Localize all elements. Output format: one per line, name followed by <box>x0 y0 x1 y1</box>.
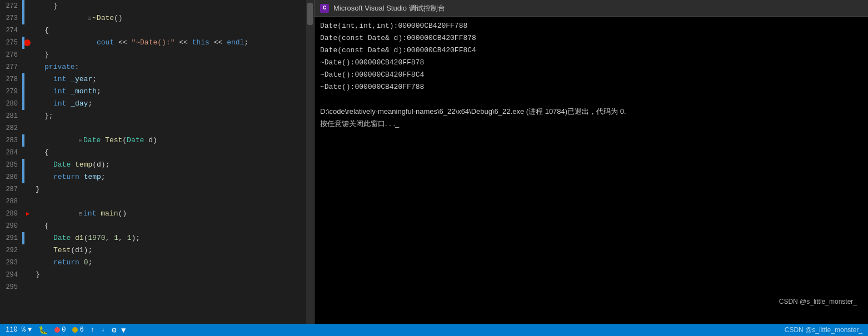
up-arrow-icon: ↑ <box>91 326 94 334</box>
table-row: 278 int _year; <box>0 73 314 86</box>
table-row: 290 { <box>0 220 314 232</box>
status-bar: 110 % ▼ 🐛 0 6 ↑ ↓ ⚙ ▼ CSDN @s_little_mon… <box>0 324 868 336</box>
list-item: ~Date():000000CB420FF878 <box>320 57 862 69</box>
console-titlebar: C Microsoft Visual Studio 调试控制台 <box>315 0 868 17</box>
build-button[interactable]: ⚙ ▼ <box>112 325 126 335</box>
table-row: 292 Test(d1); <box>0 244 314 257</box>
warning-icon <box>72 327 78 333</box>
table-row: 289 ▶ ⊟int main() <box>0 208 314 220</box>
table-row: 273 ⊟~Date() <box>0 12 314 24</box>
collapse-icon[interactable]: ⊟ <box>79 138 82 144</box>
console-app-icon: C <box>320 4 329 13</box>
error-count: 0 <box>62 326 66 334</box>
code-lines: 272 } 273 ⊟~Date() 274 { 275 <box>0 0 314 293</box>
navigate-up[interactable]: ↑ <box>91 326 94 334</box>
list-item: Date(const Date& d):000000CB420FF8C4 <box>320 44 862 57</box>
table-row: 284 { <box>0 147 314 159</box>
scrollbar-thumb[interactable] <box>307 3 313 25</box>
console-output: Date(int,int,int):000000CB420FF788 Date(… <box>315 17 868 324</box>
warning-count: 6 <box>79 326 83 334</box>
table-row: 275 cout << "~Date():" << this << endl; <box>0 37 314 49</box>
vertical-scrollbar[interactable] <box>306 0 314 324</box>
table-row: 280 int _day; <box>0 98 314 110</box>
zoom-value: 110 % <box>6 326 26 334</box>
list-item: Date(const Date& d):000000CB420FF878 <box>320 32 862 44</box>
list-item: ~Date():000000CB420FF8C4 <box>320 69 862 81</box>
navigate-down[interactable]: ↓ <box>101 326 105 334</box>
list-item: 按任意键关闭此窗口. . ._ <box>320 118 862 130</box>
table-row: 295 <box>0 281 314 293</box>
breakpoint-marker[interactable] <box>24 39 31 46</box>
status-bar-right: CSDN @s_little_monster_ <box>785 326 862 334</box>
table-row: 293 return 0; <box>0 257 314 269</box>
table-row: 281 }; <box>0 110 314 122</box>
csdn-watermark: CSDN @s_little_monster_ <box>779 295 857 308</box>
list-item <box>320 93 862 106</box>
console-panel: C Microsoft Visual Studio 调试控制台 Date(int… <box>314 0 868 324</box>
table-row: 277 private: <box>0 61 314 73</box>
debug-icon[interactable]: 🐛 <box>38 325 48 335</box>
error-indicator[interactable]: 0 <box>54 326 66 334</box>
table-row: 287 } <box>0 183 314 195</box>
list-item: D:\code\relatively-meaningful-names\6_22… <box>320 106 862 118</box>
table-row: 276 } <box>0 49 314 61</box>
list-item: ~Date():000000CB420FF788 <box>320 81 862 93</box>
table-row: 283 ⊟Date Test(Date d) <box>0 134 314 147</box>
down-arrow-icon: ↓ <box>101 326 105 334</box>
console-title: Microsoft Visual Studio 调试控制台 <box>333 2 445 14</box>
table-row: 294 } <box>0 269 314 281</box>
main-area: 272 } 273 ⊟~Date() 274 { 275 <box>0 0 868 324</box>
execution-arrow: ▶ <box>26 208 30 220</box>
zoom-dropdown-icon[interactable]: ▼ <box>28 326 32 334</box>
warning-indicator[interactable]: 6 <box>72 326 83 334</box>
table-row: 279 int _month; <box>0 86 314 98</box>
status-bar-left: 110 % ▼ 🐛 0 6 ↑ ↓ ⚙ ▼ <box>6 325 126 335</box>
table-row: 286 return temp; <box>0 171 314 183</box>
table-row: 291 Date d1(1970, 1, 1); <box>0 232 314 244</box>
csdn-attribution: CSDN @s_little_monster_ <box>785 326 862 334</box>
collapse-icon[interactable]: ⊟ <box>79 211 82 217</box>
collapse-icon[interactable]: ⊟ <box>88 16 91 22</box>
zoom-level[interactable]: 110 % ▼ <box>6 326 32 334</box>
table-row: 285 Date temp(d); <box>0 159 314 171</box>
code-editor: 272 } 273 ⊟~Date() 274 { 275 <box>0 0 314 324</box>
error-icon <box>54 327 60 333</box>
list-item: Date(int,int,int):000000CB420FF788 <box>320 20 862 32</box>
